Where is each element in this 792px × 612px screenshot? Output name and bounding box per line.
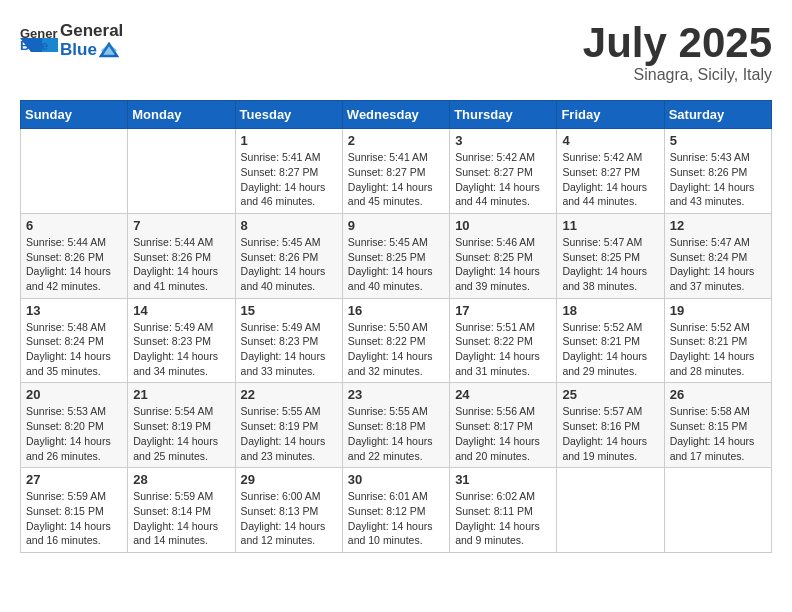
day-number: 9	[348, 218, 444, 233]
day-info: Sunrise: 5:42 AMSunset: 8:27 PMDaylight:…	[455, 150, 551, 209]
day-number: 6	[26, 218, 122, 233]
day-info: Sunrise: 6:01 AMSunset: 8:12 PMDaylight:…	[348, 489, 444, 548]
day-number: 2	[348, 133, 444, 148]
day-number: 14	[133, 303, 229, 318]
calendar-cell: 31Sunrise: 6:02 AMSunset: 8:11 PMDayligh…	[450, 468, 557, 553]
day-number: 27	[26, 472, 122, 487]
day-number: 5	[670, 133, 766, 148]
calendar-cell: 18Sunrise: 5:52 AMSunset: 8:21 PMDayligh…	[557, 298, 664, 383]
logo-blue: Blue	[60, 40, 97, 60]
day-number: 20	[26, 387, 122, 402]
calendar-week-row: 20Sunrise: 5:53 AMSunset: 8:20 PMDayligh…	[21, 383, 772, 468]
day-number: 19	[670, 303, 766, 318]
day-info: Sunrise: 5:44 AMSunset: 8:26 PMDaylight:…	[26, 235, 122, 294]
svg-text:Blue: Blue	[20, 38, 48, 53]
day-info: Sunrise: 5:42 AMSunset: 8:27 PMDaylight:…	[562, 150, 658, 209]
day-info: Sunrise: 5:47 AMSunset: 8:24 PMDaylight:…	[670, 235, 766, 294]
day-info: Sunrise: 5:51 AMSunset: 8:22 PMDaylight:…	[455, 320, 551, 379]
calendar-cell	[21, 129, 128, 214]
weekday-header-monday: Monday	[128, 101, 235, 129]
weekday-header-thursday: Thursday	[450, 101, 557, 129]
day-info: Sunrise: 5:57 AMSunset: 8:16 PMDaylight:…	[562, 404, 658, 463]
calendar-cell: 16Sunrise: 5:50 AMSunset: 8:22 PMDayligh…	[342, 298, 449, 383]
calendar-cell: 8Sunrise: 5:45 AMSunset: 8:26 PMDaylight…	[235, 213, 342, 298]
day-info: Sunrise: 5:52 AMSunset: 8:21 PMDaylight:…	[562, 320, 658, 379]
calendar-cell: 2Sunrise: 5:41 AMSunset: 8:27 PMDaylight…	[342, 129, 449, 214]
calendar-cell: 29Sunrise: 6:00 AMSunset: 8:13 PMDayligh…	[235, 468, 342, 553]
day-info: Sunrise: 5:48 AMSunset: 8:24 PMDaylight:…	[26, 320, 122, 379]
day-info: Sunrise: 5:46 AMSunset: 8:25 PMDaylight:…	[455, 235, 551, 294]
day-number: 11	[562, 218, 658, 233]
day-info: Sunrise: 6:02 AMSunset: 8:11 PMDaylight:…	[455, 489, 551, 548]
day-info: Sunrise: 5:56 AMSunset: 8:17 PMDaylight:…	[455, 404, 551, 463]
day-info: Sunrise: 5:50 AMSunset: 8:22 PMDaylight:…	[348, 320, 444, 379]
calendar-cell: 27Sunrise: 5:59 AMSunset: 8:15 PMDayligh…	[21, 468, 128, 553]
calendar-cell: 5Sunrise: 5:43 AMSunset: 8:26 PMDaylight…	[664, 129, 771, 214]
calendar-cell: 13Sunrise: 5:48 AMSunset: 8:24 PMDayligh…	[21, 298, 128, 383]
calendar-cell: 24Sunrise: 5:56 AMSunset: 8:17 PMDayligh…	[450, 383, 557, 468]
calendar-cell	[664, 468, 771, 553]
calendar-cell: 22Sunrise: 5:55 AMSunset: 8:19 PMDayligh…	[235, 383, 342, 468]
day-info: Sunrise: 5:53 AMSunset: 8:20 PMDaylight:…	[26, 404, 122, 463]
day-number: 26	[670, 387, 766, 402]
day-info: Sunrise: 5:41 AMSunset: 8:27 PMDaylight:…	[348, 150, 444, 209]
calendar-week-row: 6Sunrise: 5:44 AMSunset: 8:26 PMDaylight…	[21, 213, 772, 298]
logo-text-block: General Blue	[60, 22, 123, 61]
calendar-cell: 19Sunrise: 5:52 AMSunset: 8:21 PMDayligh…	[664, 298, 771, 383]
day-number: 7	[133, 218, 229, 233]
calendar-cell: 26Sunrise: 5:58 AMSunset: 8:15 PMDayligh…	[664, 383, 771, 468]
calendar-cell: 14Sunrise: 5:49 AMSunset: 8:23 PMDayligh…	[128, 298, 235, 383]
day-number: 22	[241, 387, 337, 402]
calendar-week-row: 13Sunrise: 5:48 AMSunset: 8:24 PMDayligh…	[21, 298, 772, 383]
calendar-table: SundayMondayTuesdayWednesdayThursdayFrid…	[20, 100, 772, 553]
day-number: 16	[348, 303, 444, 318]
calendar-cell: 17Sunrise: 5:51 AMSunset: 8:22 PMDayligh…	[450, 298, 557, 383]
day-info: Sunrise: 5:58 AMSunset: 8:15 PMDaylight:…	[670, 404, 766, 463]
day-info: Sunrise: 5:43 AMSunset: 8:26 PMDaylight:…	[670, 150, 766, 209]
weekday-header-saturday: Saturday	[664, 101, 771, 129]
day-number: 1	[241, 133, 337, 148]
day-number: 24	[455, 387, 551, 402]
calendar-cell: 1Sunrise: 5:41 AMSunset: 8:27 PMDaylight…	[235, 129, 342, 214]
logo: General Blue General Blue	[20, 20, 123, 62]
day-info: Sunrise: 5:45 AMSunset: 8:26 PMDaylight:…	[241, 235, 337, 294]
day-info: Sunrise: 5:47 AMSunset: 8:25 PMDaylight:…	[562, 235, 658, 294]
day-number: 31	[455, 472, 551, 487]
day-info: Sunrise: 5:49 AMSunset: 8:23 PMDaylight:…	[133, 320, 229, 379]
logo-general: General	[60, 22, 123, 41]
logo-image: General Blue	[20, 20, 58, 62]
calendar-cell: 4Sunrise: 5:42 AMSunset: 8:27 PMDaylight…	[557, 129, 664, 214]
calendar-cell: 30Sunrise: 6:01 AMSunset: 8:12 PMDayligh…	[342, 468, 449, 553]
weekday-header-tuesday: Tuesday	[235, 101, 342, 129]
day-info: Sunrise: 6:00 AMSunset: 8:13 PMDaylight:…	[241, 489, 337, 548]
calendar-cell: 7Sunrise: 5:44 AMSunset: 8:26 PMDaylight…	[128, 213, 235, 298]
day-info: Sunrise: 5:54 AMSunset: 8:19 PMDaylight:…	[133, 404, 229, 463]
day-info: Sunrise: 5:44 AMSunset: 8:26 PMDaylight:…	[133, 235, 229, 294]
day-number: 13	[26, 303, 122, 318]
day-number: 15	[241, 303, 337, 318]
calendar-cell: 9Sunrise: 5:45 AMSunset: 8:25 PMDaylight…	[342, 213, 449, 298]
day-info: Sunrise: 5:45 AMSunset: 8:25 PMDaylight:…	[348, 235, 444, 294]
day-number: 18	[562, 303, 658, 318]
calendar-cell: 11Sunrise: 5:47 AMSunset: 8:25 PMDayligh…	[557, 213, 664, 298]
day-info: Sunrise: 5:49 AMSunset: 8:23 PMDaylight:…	[241, 320, 337, 379]
calendar-cell: 6Sunrise: 5:44 AMSunset: 8:26 PMDaylight…	[21, 213, 128, 298]
day-info: Sunrise: 5:52 AMSunset: 8:21 PMDaylight:…	[670, 320, 766, 379]
day-info: Sunrise: 5:59 AMSunset: 8:14 PMDaylight:…	[133, 489, 229, 548]
calendar-cell: 10Sunrise: 5:46 AMSunset: 8:25 PMDayligh…	[450, 213, 557, 298]
calendar-cell: 20Sunrise: 5:53 AMSunset: 8:20 PMDayligh…	[21, 383, 128, 468]
calendar-week-row: 1Sunrise: 5:41 AMSunset: 8:27 PMDaylight…	[21, 129, 772, 214]
weekday-header-wednesday: Wednesday	[342, 101, 449, 129]
day-number: 29	[241, 472, 337, 487]
weekday-header-sunday: Sunday	[21, 101, 128, 129]
page-header: General Blue General Blue	[20, 20, 772, 84]
day-info: Sunrise: 5:41 AMSunset: 8:27 PMDaylight:…	[241, 150, 337, 209]
logo-icon	[99, 42, 119, 58]
calendar-cell: 23Sunrise: 5:55 AMSunset: 8:18 PMDayligh…	[342, 383, 449, 468]
calendar-week-row: 27Sunrise: 5:59 AMSunset: 8:15 PMDayligh…	[21, 468, 772, 553]
day-number: 28	[133, 472, 229, 487]
calendar-cell: 12Sunrise: 5:47 AMSunset: 8:24 PMDayligh…	[664, 213, 771, 298]
day-number: 21	[133, 387, 229, 402]
day-number: 17	[455, 303, 551, 318]
calendar-header-row: SundayMondayTuesdayWednesdayThursdayFrid…	[21, 101, 772, 129]
